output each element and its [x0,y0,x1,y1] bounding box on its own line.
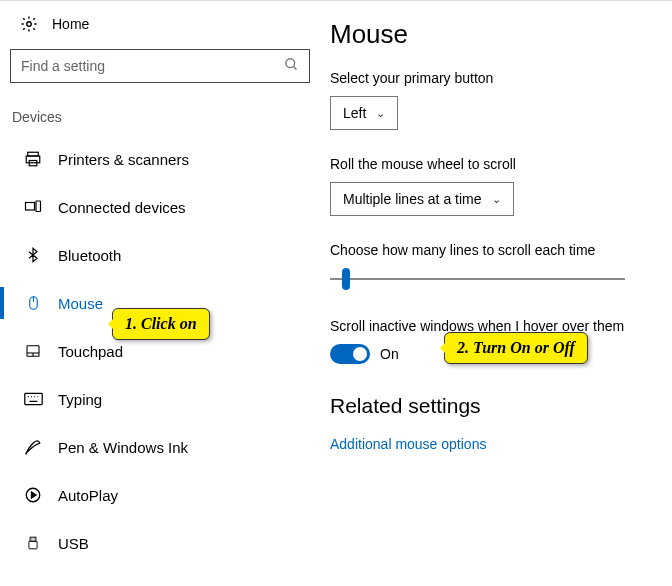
svg-rect-6 [26,203,35,211]
usb-icon [22,534,44,552]
svg-point-1 [286,59,295,68]
svg-rect-22 [29,541,37,549]
wheel-scroll-select[interactable]: Multiple lines at a time ⌄ [330,182,514,216]
mouse-icon [22,294,44,312]
lines-scroll-label: Choose how many lines to scroll each tim… [330,242,652,258]
related-settings-heading: Related settings [330,394,652,418]
sidebar-item-connected[interactable]: Connected devices [10,183,320,231]
primary-button-label: Select your primary button [330,70,652,86]
annotation-callout-1: 1. Click on [112,308,210,340]
toggle-knob [353,347,367,361]
autoplay-icon [22,486,44,504]
annotation-callout-2: 2. Turn On or Off [444,332,588,364]
settings-sidebar: Home Devices Printers & scanners Connect… [0,1,330,586]
svg-rect-21 [30,537,36,541]
search-input[interactable] [21,58,284,74]
search-icon [284,57,299,75]
svg-marker-20 [32,492,37,498]
lines-slider[interactable] [330,268,625,292]
main-panel: Mouse Select your primary button Left ⌄ … [330,1,672,586]
toggle-state-label: On [380,346,399,362]
sidebar-item-label: AutoPlay [58,487,118,504]
bluetooth-icon [22,246,44,264]
home-label: Home [52,16,89,32]
wheel-scroll-value: Multiple lines at a time [343,191,482,207]
chevron-down-icon: ⌄ [376,107,385,120]
additional-mouse-options-link[interactable]: Additional mouse options [330,436,652,452]
svg-rect-13 [24,393,41,404]
sidebar-item-label: Touchpad [58,343,123,360]
wheel-scroll-label: Roll the mouse wheel to scroll [330,156,652,172]
primary-button-select[interactable]: Left ⌄ [330,96,398,130]
sidebar-item-autoplay[interactable]: AutoPlay [10,471,320,519]
home-nav[interactable]: Home [10,11,320,37]
sidebar-item-usb[interactable]: USB [10,519,320,567]
slider-track [330,278,625,280]
keyboard-icon [22,392,44,406]
chevron-down-icon: ⌄ [492,193,501,206]
pen-icon [22,438,44,456]
primary-button-value: Left [343,105,366,121]
page-title: Mouse [330,19,652,50]
svg-point-0 [27,22,32,27]
sidebar-item-printers[interactable]: Printers & scanners [10,135,320,183]
category-label: Devices [10,109,320,125]
svg-rect-7 [36,201,41,212]
inactive-scroll-toggle[interactable] [330,344,370,364]
connected-devices-icon [22,198,44,216]
sidebar-item-typing[interactable]: Typing [10,375,320,423]
search-box[interactable] [10,49,310,83]
sidebar-item-label: USB [58,535,89,552]
sidebar-item-pen[interactable]: Pen & Windows Ink [10,423,320,471]
sidebar-item-label: Typing [58,391,102,408]
sidebar-item-label: Connected devices [58,199,186,216]
printer-icon [22,150,44,168]
sidebar-item-bluetooth[interactable]: Bluetooth [10,231,320,279]
sidebar-item-label: Printers & scanners [58,151,189,168]
sidebar-item-label: Pen & Windows Ink [58,439,188,456]
svg-line-2 [293,66,296,69]
slider-thumb[interactable] [342,268,350,290]
gear-icon [18,15,40,33]
svg-rect-4 [26,156,40,163]
touchpad-icon [22,343,44,359]
sidebar-item-label: Mouse [58,295,103,312]
sidebar-item-label: Bluetooth [58,247,121,264]
